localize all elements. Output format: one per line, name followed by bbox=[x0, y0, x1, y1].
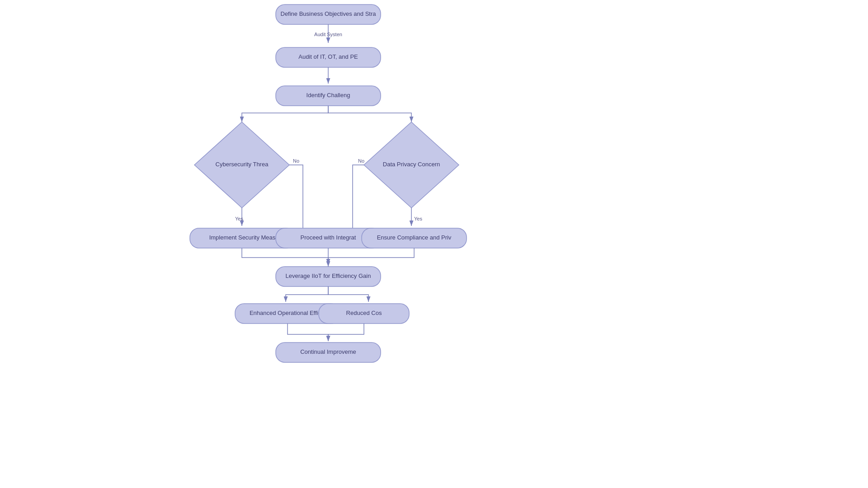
audit-system-label: Audit Systen bbox=[314, 32, 342, 37]
leverage-label: Leverage IIoT for Efficiency Gain bbox=[286, 272, 371, 279]
arrow-identify-to-cyber bbox=[242, 106, 328, 122]
arrow-identify-to-privacy bbox=[328, 106, 411, 122]
data-privacy-label: Data Privacy Concern bbox=[383, 161, 440, 168]
arrow-reduced-to-continual bbox=[328, 324, 364, 341]
no-left-label: No bbox=[293, 158, 299, 164]
audit-label: Audit of IT, OT, and PE bbox=[298, 53, 358, 60]
identify-label: Identify Challeng bbox=[307, 92, 350, 99]
flowchart-container: Define Business Objectives and Stra Audi… bbox=[0, 0, 868, 488]
arrow-enhanced-to-continual bbox=[288, 324, 328, 341]
reduced-cost-label: Reduced Cos bbox=[346, 310, 382, 316]
arrow-ensure-to-leverage bbox=[328, 248, 414, 258]
continual-label: Continual Improveme bbox=[300, 348, 356, 355]
define-business-label: Define Business Objectives and Stra bbox=[281, 10, 377, 17]
yes-left-label: Yes bbox=[235, 216, 243, 221]
enhanced-ops-label: Enhanced Operational Efficie bbox=[250, 310, 326, 316]
implement-security-label: Implement Security Meas bbox=[209, 234, 276, 241]
arrow-leverage-to-reduced bbox=[328, 286, 368, 302]
arrow-privacy-no bbox=[328, 165, 364, 230]
cybersecurity-label: Cybersecurity Threa bbox=[216, 161, 269, 168]
arrow-implement-to-leverage bbox=[242, 248, 328, 267]
proceed-label: Proceed with Integrat bbox=[301, 234, 356, 241]
ensure-compliance-label: Ensure Compliance and Priv bbox=[377, 234, 452, 241]
arrow-leverage-to-enhanced bbox=[286, 286, 328, 302]
no-right-label: No bbox=[358, 158, 364, 164]
arrow-cyber-no bbox=[289, 165, 328, 230]
yes-right-label: Yes bbox=[414, 216, 422, 221]
